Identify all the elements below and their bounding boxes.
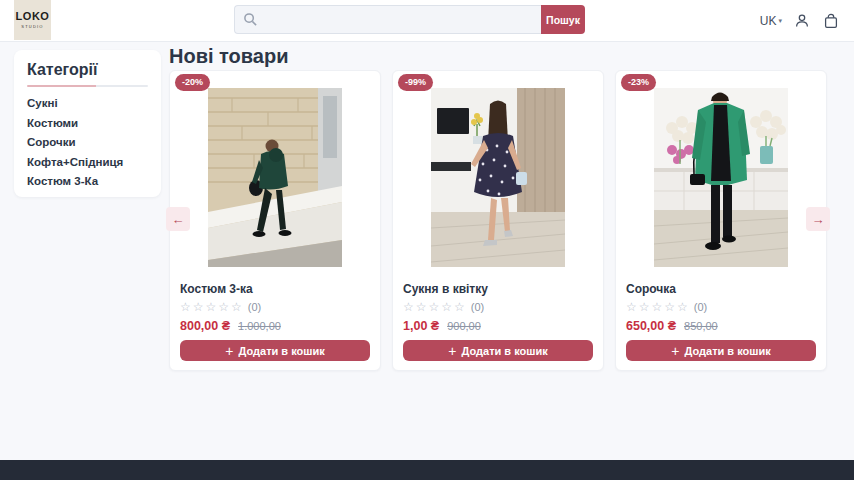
rating-row: ☆☆☆☆☆ (0)	[180, 300, 370, 314]
header: LOKO STUDIO Пошук UK ▾	[0, 0, 854, 42]
star-icon: ☆	[441, 300, 452, 314]
search-bar: Пошук	[234, 5, 585, 34]
price-row: 650,00 ₴ 850,00	[626, 319, 816, 333]
product-photo[interactable]	[431, 88, 565, 267]
search-button[interactable]: Пошук	[541, 5, 585, 34]
product-photo[interactable]	[654, 88, 788, 267]
star-icon: ☆	[416, 300, 427, 314]
category-link-dresses[interactable]: Сукні	[27, 97, 148, 109]
header-actions: UK ▾	[760, 0, 840, 41]
product-card: -99%	[392, 70, 604, 371]
categories-panel: Категорії Сукні Костюми Сорочки Кофта+Сп…	[14, 50, 161, 197]
star-icon: ☆	[639, 300, 650, 314]
rating-count: (0)	[248, 300, 261, 314]
star-icon: ☆	[231, 300, 242, 314]
star-icon: ☆	[206, 300, 217, 314]
old-price: 900,00	[447, 319, 481, 333]
language-selector[interactable]: UK ▾	[760, 14, 782, 28]
rating-count: (0)	[471, 300, 484, 314]
logo-text: LOKO	[16, 11, 50, 22]
arrow-right-icon: →	[812, 212, 825, 227]
star-icon: ☆	[429, 300, 440, 314]
star-icon: ☆	[403, 300, 414, 314]
star-icon: ☆	[454, 300, 465, 314]
search-input[interactable]	[234, 5, 541, 34]
carousel-prev-button[interactable]: ←	[166, 207, 190, 231]
categories-title: Категорії	[27, 61, 148, 79]
photo-suit-street	[208, 88, 342, 267]
star-icon: ☆	[180, 300, 191, 314]
footer	[0, 460, 854, 480]
discount-badge: -99%	[398, 74, 433, 91]
product-card: -23%	[615, 70, 827, 371]
arrow-left-icon: ←	[172, 212, 185, 227]
add-to-cart-button[interactable]: + Додати в кошик	[180, 340, 370, 361]
page-title: Нові товари	[169, 46, 288, 67]
add-to-cart-label: Додати в кошик	[239, 345, 325, 357]
add-to-cart-label: Додати в кошик	[462, 345, 548, 357]
product-name[interactable]: Костюм 3-ка	[180, 282, 370, 296]
category-link-suit-3pc[interactable]: Костюм 3-Ка	[27, 175, 148, 187]
plus-icon: +	[225, 344, 233, 358]
carousel-next-button[interactable]: →	[806, 207, 830, 231]
star-icon: ☆	[218, 300, 229, 314]
category-list: Сукні Костюми Сорочки Кофта+Спідниця Кос…	[27, 97, 148, 187]
discount-badge: -23%	[621, 74, 656, 91]
discount-badge: -20%	[175, 74, 210, 91]
photo-green-shirt-kitchen	[654, 88, 788, 267]
star-icon: ☆	[652, 300, 663, 314]
product-carousel: ← → -20%	[169, 70, 827, 371]
star-icon: ☆	[677, 300, 688, 314]
old-price: 850,00	[684, 319, 718, 333]
language-label: UK	[760, 14, 777, 28]
add-to-cart-button[interactable]: + Додати в кошик	[403, 340, 593, 361]
plus-icon: +	[448, 344, 456, 358]
star-icon: ☆	[193, 300, 204, 314]
rating-row: ☆☆☆☆☆ (0)	[626, 300, 816, 314]
photo-dress-interior	[431, 88, 565, 267]
rating-count: (0)	[694, 300, 707, 314]
price-row: 1,00 ₴ 900,00	[403, 319, 593, 333]
current-price: 1,00 ₴	[403, 319, 439, 333]
categories-divider	[27, 85, 148, 87]
star-icon: ☆	[626, 300, 637, 314]
old-price: 1.000,00	[238, 319, 281, 333]
logo[interactable]: LOKO STUDIO	[14, 0, 51, 40]
category-link-suits[interactable]: Костюми	[27, 117, 148, 129]
logo-subtext: STUDIO	[21, 24, 43, 29]
star-icon: ☆	[664, 300, 675, 314]
account-icon[interactable]	[793, 12, 811, 30]
add-to-cart-label: Додати в кошик	[685, 345, 771, 357]
price-row: 800,00 ₴ 1.000,00	[180, 319, 370, 333]
chevron-down-icon: ▾	[778, 17, 782, 25]
category-link-top-skirt[interactable]: Кофта+Спідниця	[27, 156, 148, 168]
product-name[interactable]: Сорочка	[626, 282, 816, 296]
plus-icon: +	[671, 344, 679, 358]
cart-icon[interactable]	[822, 12, 840, 30]
add-to-cart-button[interactable]: + Додати в кошик	[626, 340, 816, 361]
current-price: 650,00 ₴	[626, 319, 676, 333]
current-price: 800,00 ₴	[180, 319, 230, 333]
rating-row: ☆☆☆☆☆ (0)	[403, 300, 593, 314]
category-link-shirts[interactable]: Сорочки	[27, 136, 148, 148]
product-card: -20%	[169, 70, 381, 371]
product-photo[interactable]	[208, 88, 342, 267]
product-name[interactable]: Сукня в квітку	[403, 282, 593, 296]
